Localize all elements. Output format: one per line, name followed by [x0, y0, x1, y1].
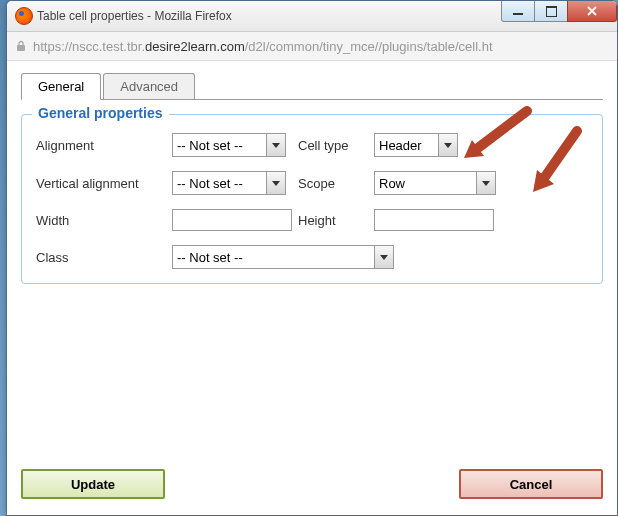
general-properties-group: General properties Alignment -- Not set …: [21, 114, 603, 284]
valign-select[interactable]: -- Not set --: [172, 171, 286, 195]
valign-label: Vertical alignment: [36, 176, 166, 191]
chevron-down-icon: [476, 172, 495, 194]
fieldset-legend: General properties: [32, 105, 169, 121]
minimize-button[interactable]: [501, 1, 535, 22]
address-bar[interactable]: https://nscc.test.tbr.desire2learn.com/d…: [7, 32, 617, 61]
dialog-footer: Update Cancel: [21, 469, 603, 499]
url-domain: desire2learn.com: [145, 39, 245, 54]
chevron-down-icon: [266, 172, 285, 194]
update-button[interactable]: Update: [21, 469, 165, 499]
window-controls: [502, 1, 617, 22]
url-text: https://nscc.test.tbr.desire2learn.com/d…: [33, 39, 493, 54]
url-suffix: /d2l/common/tiny_mce//plugins/table/cell…: [245, 39, 493, 54]
scope-label: Scope: [298, 176, 368, 191]
alignment-value: -- Not set --: [173, 138, 266, 153]
window-frame: Table cell properties - Mozilla Firefox …: [6, 0, 618, 516]
class-select[interactable]: -- Not set --: [172, 245, 394, 269]
svg-rect-0: [17, 45, 25, 51]
tab-general[interactable]: General: [21, 73, 101, 100]
class-label: Class: [36, 250, 172, 265]
width-label: Width: [36, 213, 166, 228]
celltype-select[interactable]: Header: [374, 133, 458, 157]
content-area: General Advanced General properties Alig…: [7, 61, 617, 296]
scope-value: Row: [375, 176, 476, 191]
width-input[interactable]: [172, 209, 292, 231]
class-value: -- Not set --: [173, 250, 374, 265]
valign-value: -- Not set --: [173, 176, 266, 191]
alignment-select[interactable]: -- Not set --: [172, 133, 286, 157]
height-input[interactable]: [374, 209, 494, 231]
close-icon: [587, 6, 597, 16]
height-label: Height: [298, 213, 368, 228]
tab-strip: General Advanced: [21, 73, 603, 100]
scope-select[interactable]: Row: [374, 171, 496, 195]
alignment-label: Alignment: [36, 138, 166, 153]
firefox-icon: [15, 7, 33, 25]
url-prefix: https://nscc.test.tbr.: [33, 39, 145, 54]
celltype-value: Header: [375, 138, 438, 153]
tab-advanced[interactable]: Advanced: [103, 73, 195, 99]
cancel-button[interactable]: Cancel: [459, 469, 603, 499]
titlebar: Table cell properties - Mozilla Firefox: [7, 1, 617, 32]
celltype-label: Cell type: [298, 138, 368, 153]
chevron-down-icon: [438, 134, 457, 156]
chevron-down-icon: [266, 134, 285, 156]
lock-icon: [15, 40, 27, 52]
close-button[interactable]: [567, 1, 617, 22]
maximize-button[interactable]: [534, 1, 568, 22]
chevron-down-icon: [374, 246, 393, 268]
